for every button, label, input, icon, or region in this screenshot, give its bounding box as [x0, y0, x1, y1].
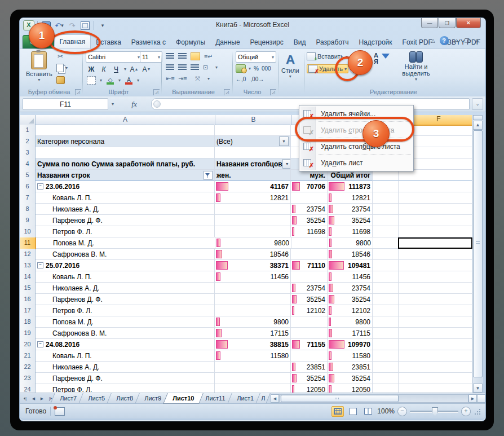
select-all-corner[interactable]: [20, 115, 36, 125]
cell-B1[interactable]: [215, 125, 291, 136]
cell-C8[interactable]: 23754: [291, 204, 328, 215]
row-header-11[interactable]: 11: [20, 237, 36, 249]
find-select-button[interactable]: Найти и выделить ▾: [396, 51, 436, 82]
row-header-17[interactable]: 17: [20, 305, 36, 317]
row-header-21[interactable]: 21: [20, 350, 36, 362]
align-right-button[interactable]: [191, 64, 199, 71]
cell-B8[interactable]: [215, 204, 291, 215]
zoom-level[interactable]: 100%: [377, 407, 395, 415]
cell-C9[interactable]: 35254: [291, 215, 328, 226]
bold-button[interactable]: Ж: [87, 64, 96, 74]
number-dialog-launcher[interactable]: ◿: [270, 89, 276, 95]
cell-C19[interactable]: [291, 328, 328, 339]
cell-F21[interactable]: [399, 350, 473, 362]
cell-A3[interactable]: [36, 147, 215, 158]
cell-E24[interactable]: [373, 384, 399, 393]
resize-grip[interactable]: [474, 408, 481, 415]
cell-F6[interactable]: [399, 181, 473, 192]
macro-record-icon[interactable]: [55, 407, 65, 416]
scroll-up-icon[interactable]: ▲: [473, 121, 483, 130]
column-header-A[interactable]: A: [36, 115, 215, 125]
row-header-5[interactable]: 5: [20, 170, 36, 182]
font-size-select[interactable]: 11▾: [140, 51, 162, 63]
pivot-dropdown-icon[interactable]: ▼: [279, 136, 289, 146]
number-format-select[interactable]: Общий▾: [236, 51, 276, 63]
cell-F5[interactable]: [399, 170, 473, 181]
cell-C11[interactable]: [291, 237, 328, 249]
zoom-slider-thumb[interactable]: [432, 407, 438, 416]
zoom-out-button[interactable]: −: [397, 407, 407, 416]
font-family-select[interactable]: Calibri▾: [86, 51, 142, 63]
cell-E16[interactable]: [373, 294, 399, 305]
cell-F8[interactable]: [399, 204, 473, 215]
cell-A5[interactable]: Названия строк: [36, 170, 215, 181]
cell-A20[interactable]: −24.08.2016: [36, 339, 215, 350]
cell-C7[interactable]: [291, 192, 328, 204]
row-labels-filter-icon[interactable]: [204, 171, 213, 180]
cell-A19[interactable]: Сафронова В. М.: [36, 328, 215, 339]
cell-A8[interactable]: Николаев А. Д.: [36, 204, 215, 215]
cell-B23[interactable]: [215, 373, 291, 384]
split-box[interactable]: [473, 115, 483, 120]
cell-B22[interactable]: [215, 362, 291, 373]
horizontal-scrollbar[interactable]: ◀ ▶: [271, 393, 485, 404]
cell-B12[interactable]: 18546: [215, 249, 291, 260]
workbook-minimize-icon[interactable]: —: [453, 38, 460, 44]
cell-D15[interactable]: 23754: [328, 283, 373, 294]
cell-F12[interactable]: [399, 249, 473, 260]
clipboard-dialog-launcher[interactable]: ◿: [75, 89, 81, 95]
cell-C13[interactable]: 71110: [291, 260, 328, 271]
close-button[interactable]: ✕: [456, 18, 481, 28]
cell-B21[interactable]: 11580: [215, 350, 291, 362]
cell-F19[interactable]: [399, 328, 473, 339]
cell-D20[interactable]: 109970: [328, 339, 373, 350]
copy-button[interactable]: ▾: [56, 64, 68, 72]
row-header-1[interactable]: 1: [20, 125, 36, 136]
align-middle-button[interactable]: [178, 53, 187, 60]
page-break-view-button[interactable]: [362, 406, 374, 417]
collapse-group-icon[interactable]: −: [37, 262, 43, 268]
shrink-font-button[interactable]: А▼: [142, 64, 151, 74]
wrap-text-icon[interactable]: ≡↵: [204, 53, 213, 60]
cell-A22[interactable]: Николаев А. Д.: [36, 362, 215, 373]
cell-D12[interactable]: 18546: [328, 249, 373, 260]
cell-B17[interactable]: [215, 305, 291, 316]
row-header-2[interactable]: 2: [20, 136, 36, 148]
zoom-slider[interactable]: [410, 411, 458, 412]
format-painter-button[interactable]: [56, 76, 65, 84]
borders-button[interactable]: [87, 76, 96, 85]
cell-E18[interactable]: [373, 316, 399, 328]
cell-F17[interactable]: [399, 305, 473, 316]
row-header-13[interactable]: 13: [20, 260, 36, 272]
cell-E9[interactable]: [373, 215, 399, 226]
cell-D6[interactable]: 111873: [328, 181, 373, 192]
cell-A11[interactable]: Попова М. Д.: [36, 237, 215, 249]
cell-D21[interactable]: 11580: [328, 350, 373, 362]
cell-B7[interactable]: 12821: [215, 192, 291, 204]
cell-D14[interactable]: 11456: [328, 271, 373, 283]
merge-center-icon[interactable]: ⊡: [203, 64, 211, 71]
row-header-16[interactable]: 16: [20, 294, 36, 306]
cell-F22[interactable]: [399, 362, 473, 373]
cell-B10[interactable]: [215, 226, 291, 237]
cell-D24[interactable]: 12050: [328, 384, 373, 393]
cell-F20[interactable]: [399, 339, 473, 350]
italic-button[interactable]: К: [99, 64, 108, 74]
cell-D19[interactable]: 17115: [328, 328, 373, 339]
cell-B5[interactable]: жен.: [215, 170, 291, 181]
font-color-button[interactable]: А: [125, 77, 133, 85]
sort-filter-button[interactable]: АЯ: [374, 52, 385, 65]
row-header-12[interactable]: 12: [20, 249, 36, 261]
row-header-10[interactable]: 10: [20, 226, 36, 238]
align-left-button[interactable]: [166, 64, 174, 71]
cell-B11[interactable]: 9800: [215, 237, 291, 249]
cell-A2[interactable]: Категория персонала: [36, 136, 215, 147]
collapse-group-icon[interactable]: −: [37, 183, 43, 190]
cell-E13[interactable]: [373, 260, 399, 271]
row-header-15[interactable]: 15: [20, 283, 36, 294]
cell-C22[interactable]: 23851: [291, 362, 328, 373]
cell-B13[interactable]: 38371: [215, 260, 291, 271]
cell-D8[interactable]: 23754: [328, 204, 373, 215]
collapse-group-icon[interactable]: −: [37, 341, 43, 347]
orientation-icon[interactable]: ⤧: [195, 75, 204, 82]
